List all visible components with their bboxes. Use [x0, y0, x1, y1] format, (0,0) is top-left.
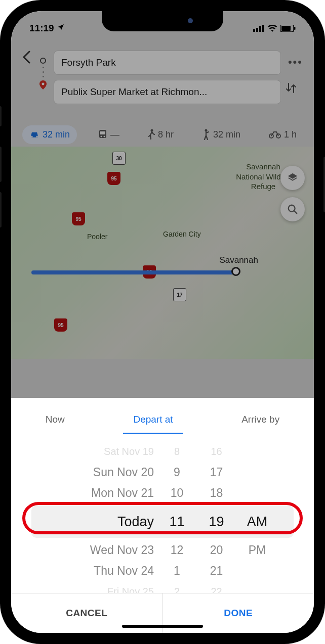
home-indicator[interactable] — [122, 625, 203, 628]
time-picker-sheet: Now Depart at Arrive by Sat Nov 19 8 16 … — [11, 398, 314, 633]
schedule-tabs: Now Depart at Arrive by — [11, 398, 314, 434]
tab-depart-at[interactable]: Depart at — [123, 409, 183, 434]
tab-arrive-by[interactable]: Arrive by — [231, 409, 290, 434]
tab-now[interactable]: Now — [35, 409, 75, 434]
picker-row: Thu Nov 24 1 21 — [31, 561, 294, 581]
picker-row-selected: Today 11 19 AM — [31, 505, 294, 538]
picker-row: Fri Nov 25 2 22 — [31, 581, 294, 593]
picker-row: Sat Nov 19 8 16 — [31, 441, 294, 462]
datetime-picker[interactable]: Sat Nov 19 8 16 Sun Nov 20 9 17 Mon Nov … — [11, 441, 314, 593]
picker-row: Wed Nov 23 12 20 PM — [31, 540, 294, 561]
picker-row: Sun Nov 20 9 17 — [31, 462, 294, 483]
picker-row: Mon Nov 21 10 18 — [31, 483, 294, 503]
